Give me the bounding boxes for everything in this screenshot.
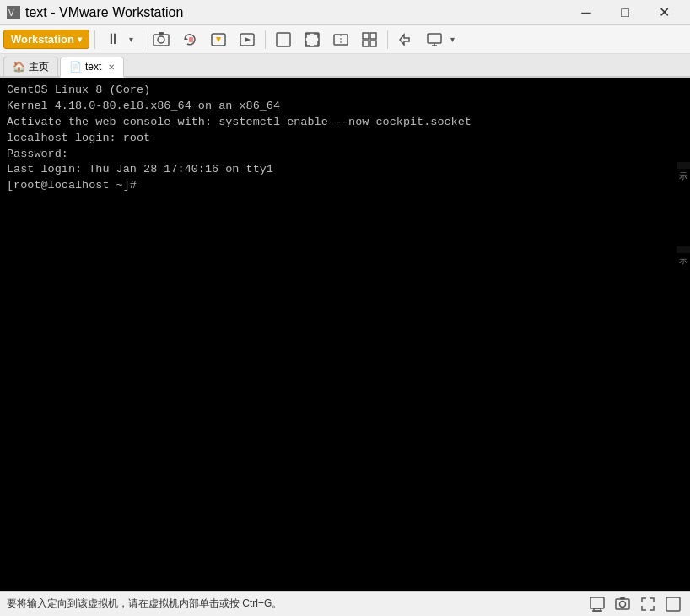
resume-button[interactable] bbox=[234, 29, 260, 51]
terminal: CentOS Linux 8 (Core)Kernel 4.18.0-80.el… bbox=[0, 78, 690, 199]
display-settings-group: ▾ bbox=[422, 29, 459, 51]
svg-rect-16 bbox=[370, 41, 376, 46]
svg-rect-13 bbox=[363, 33, 369, 39]
display-icon bbox=[426, 31, 443, 48]
title-bar-left: V text - VMware Workstation bbox=[7, 5, 183, 20]
resume-icon bbox=[239, 31, 256, 48]
svg-rect-15 bbox=[363, 41, 369, 46]
toolbar-separator-4 bbox=[387, 30, 388, 49]
play-pause-group: ⏸ ▾ bbox=[100, 29, 137, 51]
normal-view-button[interactable] bbox=[271, 29, 296, 51]
snapshot-icon bbox=[152, 30, 170, 49]
unity-icon bbox=[361, 31, 378, 48]
fit-guest-icon bbox=[332, 31, 349, 48]
right-hint-mid: 示 bbox=[677, 246, 690, 253]
revert-button[interactable] bbox=[177, 29, 202, 51]
home-tab[interactable]: 🏠 主页 bbox=[3, 57, 58, 76]
fullscreen-status-button[interactable] bbox=[638, 594, 658, 614]
terminal-line: CentOS Linux 8 (Core) bbox=[7, 83, 683, 99]
svg-rect-21 bbox=[590, 597, 604, 608]
pause-button[interactable]: ⏸ bbox=[100, 29, 126, 51]
maximize-button[interactable]: □ bbox=[606, 0, 644, 25]
title-text: text - VMware Workstation bbox=[25, 5, 183, 20]
vm-tab[interactable]: 📄 text ✕ bbox=[60, 57, 124, 78]
svg-rect-14 bbox=[370, 33, 376, 39]
toolbar: Workstation ▾ ⏸ ▾ bbox=[0, 25, 690, 54]
console-area[interactable]: CentOS Linux 8 (Core)Kernel 4.18.0-80.el… bbox=[0, 78, 690, 591]
terminal-line: Last login: Thu Jan 28 17:40:16 on tty1 bbox=[7, 162, 683, 178]
fullscreen-button[interactable] bbox=[299, 29, 325, 51]
terminal-line: [root@localhost ~]# bbox=[7, 178, 683, 194]
normal-view-icon bbox=[275, 31, 292, 48]
workstation-button[interactable]: Workstation ▾ bbox=[3, 30, 89, 49]
toolbar-separator-1 bbox=[94, 30, 95, 49]
ctrlaltdel-icon bbox=[397, 31, 414, 48]
svg-text:V: V bbox=[8, 8, 14, 18]
workstation-label: Workstation bbox=[11, 33, 74, 46]
fullscreen-status-icon bbox=[640, 597, 655, 612]
svg-rect-10 bbox=[305, 33, 319, 46]
home-icon: 🏠 bbox=[13, 61, 25, 73]
vmware-icon: V bbox=[7, 6, 20, 19]
svg-marker-17 bbox=[400, 35, 409, 45]
terminal-line: Kernel 4.18.0-80.el8.x86_64 on an x86_64 bbox=[7, 99, 683, 115]
right-hint-top: 示 bbox=[677, 162, 690, 169]
title-bar: V text - VMware Workstation ─ □ ✕ bbox=[0, 0, 690, 25]
svg-rect-4 bbox=[159, 32, 164, 35]
terminal-line: Password: bbox=[7, 147, 683, 163]
svg-rect-9 bbox=[277, 33, 290, 46]
vm-tab-icon: 📄 bbox=[69, 61, 82, 73]
vm-tab-label: text bbox=[85, 61, 101, 73]
close-button[interactable]: ✕ bbox=[644, 0, 683, 25]
tab-bar: 🏠 主页 📄 text ✕ bbox=[0, 54, 690, 78]
terminal-line: Activate the web console with: systemctl… bbox=[7, 115, 683, 131]
svg-rect-18 bbox=[428, 34, 441, 43]
vm-settings-icon bbox=[590, 597, 605, 612]
suspend-button[interactable] bbox=[206, 29, 231, 51]
fullscreen-icon bbox=[304, 31, 321, 48]
pause-arrow-button[interactable]: ▾ bbox=[126, 29, 137, 51]
title-bar-controls[interactable]: ─ □ ✕ bbox=[567, 0, 683, 25]
unity-button[interactable] bbox=[357, 29, 382, 51]
resize-icon bbox=[666, 597, 681, 612]
svg-rect-6 bbox=[189, 37, 193, 42]
vm-settings-status-button[interactable] bbox=[587, 594, 607, 614]
snapshot-status-icon bbox=[615, 597, 630, 612]
svg-point-3 bbox=[158, 36, 164, 43]
toolbar-separator-2 bbox=[143, 30, 143, 49]
snapshot-status-button[interactable] bbox=[612, 594, 633, 614]
workstation-chevron: ▾ bbox=[78, 35, 82, 44]
status-bar: 要将输入定向到该虚拟机，请在虚拟机内部单击或按 Ctrl+G。 bbox=[0, 591, 690, 616]
vm-tab-close[interactable]: ✕ bbox=[108, 62, 115, 72]
fit-guest-button[interactable] bbox=[328, 29, 353, 51]
home-tab-label: 主页 bbox=[29, 60, 49, 74]
status-hint-text: 要将输入定向到该虚拟机，请在虚拟机内部单击或按 Ctrl+G。 bbox=[7, 597, 282, 611]
snapshot-button[interactable] bbox=[148, 29, 174, 51]
display-arrow-button[interactable]: ▾ bbox=[447, 29, 459, 51]
send-ctrlaltdel-button[interactable] bbox=[393, 29, 418, 51]
toolbar-separator-3 bbox=[265, 30, 266, 49]
svg-rect-26 bbox=[620, 597, 625, 600]
status-right bbox=[587, 594, 683, 614]
suspend-icon bbox=[210, 31, 227, 48]
terminal-line: localhost login: root bbox=[7, 131, 683, 147]
svg-point-25 bbox=[620, 601, 626, 607]
minimize-button[interactable]: ─ bbox=[567, 0, 606, 25]
revert-icon bbox=[181, 31, 198, 48]
display-settings-button[interactable] bbox=[422, 29, 447, 51]
resize-status-button[interactable] bbox=[663, 594, 683, 614]
